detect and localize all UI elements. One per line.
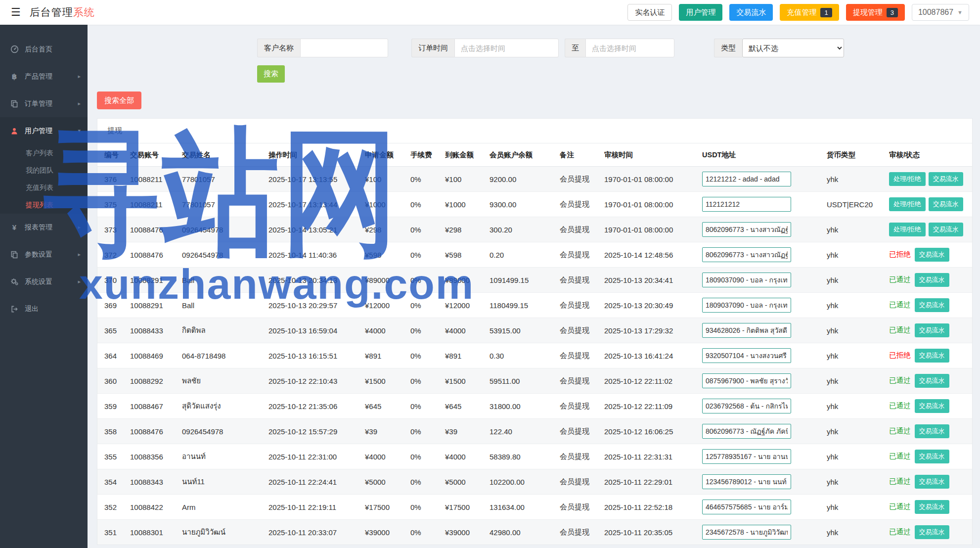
process-reject-button[interactable]: 处理/拒绝 — [889, 172, 926, 186]
flow-button[interactable]: 交易流水 — [929, 223, 963, 236]
usdt-address-input[interactable] — [702, 273, 791, 287]
usdt-address-input[interactable] — [702, 449, 791, 464]
cell-usdt-address — [698, 268, 823, 293]
usdt-address-input[interactable] — [702, 172, 791, 186]
status-text: 已通过 — [889, 275, 911, 283]
cell-name: Arm — [178, 495, 265, 520]
sidebar-item-orders[interactable]: 订单管理 ▸ — [0, 90, 88, 117]
cell-fee: 0% — [406, 293, 441, 318]
usdt-address-input[interactable] — [702, 222, 791, 237]
column-header: 备注 — [556, 143, 600, 167]
cell-usdt-address — [698, 192, 823, 217]
flow-button[interactable]: 交易流水 — [915, 450, 949, 463]
cell-balance: 1091499.15 — [486, 268, 556, 293]
usdt-address-input[interactable] — [702, 298, 791, 313]
recharge-manage-button[interactable]: 充值管理1 — [780, 4, 839, 21]
cell-remark: 会员提现 — [556, 394, 600, 419]
chevron-down-icon: ▼ — [957, 9, 963, 15]
withdraw-badge: 3 — [887, 8, 898, 17]
flow-button[interactable]: 交易流水 — [915, 248, 949, 262]
process-reject-button[interactable]: 处理/拒绝 — [889, 197, 926, 211]
usdt-address-input[interactable] — [702, 474, 791, 489]
cell-id: 370 — [97, 268, 126, 293]
cell-account: 10088467 — [126, 394, 178, 419]
flow-button[interactable]: 交易流水 — [915, 475, 949, 489]
flow-button[interactable]: 交易流水 — [915, 349, 949, 363]
status-text: 已通过 — [889, 402, 911, 410]
flow-button[interactable]: 交易流水 — [915, 500, 949, 514]
cell-amount: ¥17500 — [361, 495, 406, 520]
process-reject-button[interactable]: 处理/拒绝 — [889, 223, 926, 236]
flow-button[interactable]: 交易流水 — [915, 399, 949, 413]
sidebar-item-users[interactable]: 用户管理 ▾ — [0, 117, 88, 144]
menu-icon[interactable]: ☰ — [11, 6, 21, 19]
cell-account: 10088292 — [126, 368, 178, 394]
usdt-address-input[interactable] — [702, 500, 791, 514]
type-group: 类型 默认不选 — [714, 39, 844, 57]
cell-usdt-address — [698, 495, 823, 520]
usdt-address-input[interactable] — [702, 323, 791, 338]
user-dropdown[interactable]: 10087867 ▼ — [912, 4, 969, 21]
cell-account: 10088301 — [126, 520, 178, 545]
flow-button[interactable]: 交易流水 — [929, 197, 963, 211]
cell-remark: 会员提现 — [556, 495, 600, 520]
cell-usdt-address — [698, 167, 823, 192]
search-button[interactable]: 搜索 — [257, 65, 285, 83]
flow-button[interactable]: 交易流水 — [915, 323, 949, 337]
flow-button[interactable]: 交易流水 — [915, 273, 949, 287]
sidebar-item-logout[interactable]: 退出 — [0, 295, 88, 322]
flow-button[interactable]: 交易流水 — [915, 298, 949, 312]
sidebar-subitem-my-team[interactable]: 我的团队 — [0, 162, 88, 179]
gear-icon — [10, 277, 19, 286]
cell-currency: yhk — [823, 495, 885, 520]
cell-usdt-address — [698, 444, 823, 469]
customer-name-input[interactable] — [300, 39, 388, 57]
usdt-address-input[interactable] — [702, 348, 791, 363]
cell-fee: 0% — [406, 192, 441, 217]
cell-account: 10088422 — [126, 495, 178, 520]
cell-arrival: ¥12000 — [441, 293, 486, 318]
flow-button[interactable]: 交易流水 — [915, 374, 949, 388]
usdt-address-input[interactable] — [702, 373, 791, 388]
cell-account: 10088343 — [126, 469, 178, 495]
user-manage-button[interactable]: 用户管理 — [679, 4, 722, 21]
usdt-address-input[interactable] — [702, 247, 791, 262]
sidebar-item-products[interactable]: ฿ 产品管理 ▸ — [0, 63, 88, 90]
cell-remark: 会员提现 — [556, 268, 600, 293]
order-time-start-input[interactable] — [454, 39, 559, 57]
cell-amount: ¥891 — [361, 343, 406, 368]
sidebar-subitem-recharge-list[interactable]: 充值列表 — [0, 179, 88, 196]
cell-amount: ¥100 — [361, 167, 406, 192]
sidebar-item-params[interactable]: 参数设置 ▸ — [0, 241, 88, 268]
usdt-address-input[interactable] — [702, 399, 791, 413]
cell-name: นนท์11 — [178, 469, 265, 495]
column-header: USDT地址 — [698, 143, 823, 167]
flow-button[interactable]: 交易流水 — [915, 525, 949, 539]
cell-amount: ¥12000 — [361, 293, 406, 318]
cell-audit-time: 1970-01-01 08:00:00 — [600, 167, 698, 192]
cell-status: 已通过交易流水 — [885, 368, 972, 394]
sidebar-item-settings[interactable]: 系统设置 ▸ — [0, 268, 88, 295]
sidebar-item-reports[interactable]: ¥ 报表管理 ▸ — [0, 214, 88, 241]
flow-button[interactable]: 交易流水 — [915, 424, 949, 438]
cell-currency: yhk — [823, 368, 885, 394]
search-all-button[interactable]: 搜索全部 — [97, 91, 141, 109]
withdraw-manage-button[interactable]: 提现管理3 — [846, 4, 905, 21]
sidebar-subitem-customer-list[interactable]: 客户列表 — [0, 144, 88, 162]
usdt-address-input[interactable] — [702, 197, 791, 212]
type-select[interactable]: 默认不选 — [742, 39, 844, 57]
flow-button[interactable]: 交易流水 — [929, 172, 963, 186]
sidebar-subitem-withdraw-list[interactable]: 提现列表 — [0, 196, 88, 214]
usdt-address-input[interactable] — [702, 525, 791, 540]
recharge-badge: 1 — [820, 8, 832, 17]
realname-auth-button[interactable]: 实名认证 — [627, 4, 672, 21]
cell-fee: 0% — [406, 368, 441, 394]
cell-op-time: 2025-10-12 22:10:43 — [265, 368, 361, 394]
transaction-flow-button[interactable]: 交易流水 — [729, 4, 773, 21]
order-time-end-input[interactable] — [585, 39, 674, 57]
cell-currency: yhk — [823, 469, 885, 495]
table-row: 37510088211778010572025-10-17 13:13:44¥1… — [97, 192, 972, 217]
usdt-address-input[interactable] — [702, 424, 791, 439]
logout-icon — [10, 305, 19, 313]
sidebar-item-home[interactable]: 后台首页 — [0, 36, 88, 63]
